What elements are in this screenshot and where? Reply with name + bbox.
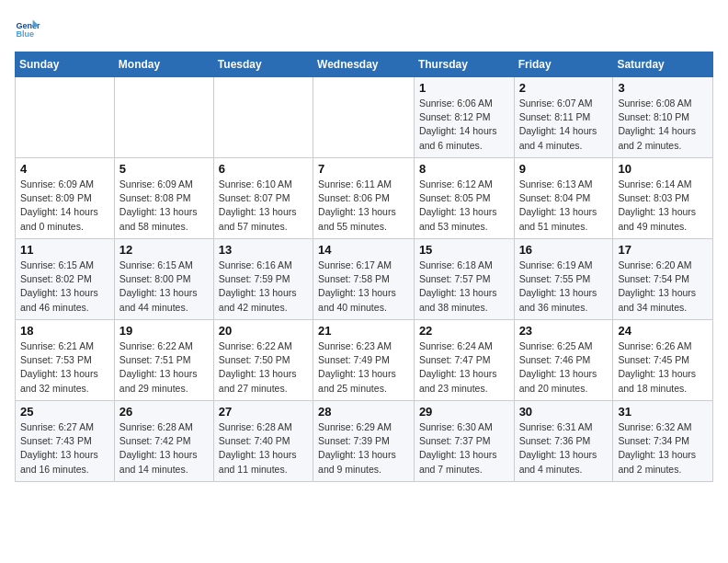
calendar-cell: 18Sunrise: 6:21 AM Sunset: 7:53 PM Dayli… (16, 320, 115, 401)
calendar-cell (213, 77, 313, 158)
day-info: Sunrise: 6:32 AM Sunset: 7:34 PM Dayligh… (618, 420, 708, 477)
calendar-cell: 9Sunrise: 6:13 AM Sunset: 8:04 PM Daylig… (514, 158, 613, 239)
header-day-friday: Friday (514, 52, 613, 77)
calendar-cell: 3Sunrise: 6:08 AM Sunset: 8:10 PM Daylig… (613, 77, 713, 158)
day-info: Sunrise: 6:23 AM Sunset: 7:49 PM Dayligh… (318, 339, 409, 396)
calendar-week-2: 4Sunrise: 6:09 AM Sunset: 8:09 PM Daylig… (16, 158, 713, 239)
day-number: 28 (318, 405, 409, 419)
day-info: Sunrise: 6:16 AM Sunset: 7:59 PM Dayligh… (219, 259, 308, 315)
calendar-week-5: 25Sunrise: 6:27 AM Sunset: 7:43 PM Dayli… (16, 401, 713, 482)
calendar-cell: 4Sunrise: 6:09 AM Sunset: 8:09 PM Daylig… (16, 158, 115, 239)
day-number: 5 (119, 162, 209, 176)
calendar-cell: 12Sunrise: 6:15 AM Sunset: 8:00 PM Dayli… (114, 239, 213, 320)
calendar-cell: 30Sunrise: 6:31 AM Sunset: 7:36 PM Dayli… (514, 401, 613, 482)
calendar-cell: 6Sunrise: 6:10 AM Sunset: 8:07 PM Daylig… (213, 158, 313, 239)
calendar-cell: 24Sunrise: 6:26 AM Sunset: 7:45 PM Dayli… (613, 320, 713, 401)
day-info: Sunrise: 6:19 AM Sunset: 7:55 PM Dayligh… (519, 259, 609, 315)
header-day-wednesday: Wednesday (313, 52, 415, 77)
calendar-cell: 16Sunrise: 6:19 AM Sunset: 7:55 PM Dayli… (514, 239, 613, 320)
calendar-cell: 21Sunrise: 6:23 AM Sunset: 7:49 PM Dayli… (313, 320, 415, 401)
day-number: 16 (519, 243, 609, 257)
calendar-cell: 23Sunrise: 6:25 AM Sunset: 7:46 PM Dayli… (514, 320, 613, 401)
calendar-cell (313, 77, 415, 158)
calendar-cell: 25Sunrise: 6:27 AM Sunset: 7:43 PM Dayli… (16, 401, 115, 482)
calendar-cell: 1Sunrise: 6:06 AM Sunset: 8:12 PM Daylig… (414, 77, 514, 158)
calendar-table: SundayMondayTuesdayWednesdayThursdayFrid… (15, 52, 713, 482)
day-number: 12 (119, 243, 209, 257)
calendar-cell (114, 77, 213, 158)
day-info: Sunrise: 6:08 AM Sunset: 8:10 PM Dayligh… (618, 97, 708, 153)
day-number: 21 (318, 324, 409, 338)
day-number: 25 (20, 405, 109, 419)
day-info: Sunrise: 6:24 AM Sunset: 7:47 PM Dayligh… (419, 339, 509, 396)
day-info: Sunrise: 6:17 AM Sunset: 7:58 PM Dayligh… (318, 259, 409, 315)
day-info: Sunrise: 6:28 AM Sunset: 7:42 PM Dayligh… (119, 420, 209, 477)
calendar-cell: 29Sunrise: 6:30 AM Sunset: 7:37 PM Dayli… (414, 401, 514, 482)
day-number: 10 (618, 162, 708, 176)
day-info: Sunrise: 6:29 AM Sunset: 7:39 PM Dayligh… (318, 420, 409, 477)
day-info: Sunrise: 6:31 AM Sunset: 7:36 PM Dayligh… (519, 420, 609, 477)
calendar-cell: 14Sunrise: 6:17 AM Sunset: 7:58 PM Dayli… (313, 239, 415, 320)
day-number: 11 (20, 243, 109, 257)
day-number: 1 (419, 81, 509, 95)
calendar-cell: 7Sunrise: 6:11 AM Sunset: 8:06 PM Daylig… (313, 158, 415, 239)
day-info: Sunrise: 6:27 AM Sunset: 7:43 PM Dayligh… (20, 420, 109, 477)
header-day-sunday: Sunday (16, 52, 115, 77)
day-info: Sunrise: 6:07 AM Sunset: 8:11 PM Dayligh… (519, 97, 609, 153)
calendar-week-4: 18Sunrise: 6:21 AM Sunset: 7:53 PM Dayli… (16, 320, 713, 401)
day-number: 3 (618, 81, 708, 95)
calendar-cell (16, 77, 115, 158)
day-number: 24 (618, 324, 708, 338)
calendar-body: 1Sunrise: 6:06 AM Sunset: 8:12 PM Daylig… (16, 77, 713, 482)
header: General Blue (15, 15, 713, 40)
day-number: 6 (219, 162, 308, 176)
day-info: Sunrise: 6:13 AM Sunset: 8:04 PM Dayligh… (519, 178, 609, 234)
day-number: 15 (419, 243, 509, 257)
calendar-cell: 31Sunrise: 6:32 AM Sunset: 7:34 PM Dayli… (613, 401, 713, 482)
calendar-cell: 17Sunrise: 6:20 AM Sunset: 7:54 PM Dayli… (613, 239, 713, 320)
logo: General Blue (15, 15, 44, 40)
day-number: 26 (119, 405, 209, 419)
day-info: Sunrise: 6:22 AM Sunset: 7:50 PM Dayligh… (219, 339, 308, 396)
day-number: 27 (219, 405, 308, 419)
calendar-cell: 27Sunrise: 6:28 AM Sunset: 7:40 PM Dayli… (213, 401, 313, 482)
day-info: Sunrise: 6:30 AM Sunset: 7:37 PM Dayligh… (419, 420, 509, 477)
day-number: 22 (419, 324, 509, 338)
day-number: 4 (20, 162, 109, 176)
day-info: Sunrise: 6:09 AM Sunset: 8:09 PM Dayligh… (20, 178, 109, 234)
calendar-cell: 5Sunrise: 6:09 AM Sunset: 8:08 PM Daylig… (114, 158, 213, 239)
day-number: 29 (419, 405, 509, 419)
day-info: Sunrise: 6:28 AM Sunset: 7:40 PM Dayligh… (219, 420, 308, 477)
calendar-cell: 15Sunrise: 6:18 AM Sunset: 7:57 PM Dayli… (414, 239, 514, 320)
day-number: 18 (20, 324, 109, 338)
calendar-cell: 11Sunrise: 6:15 AM Sunset: 8:02 PM Dayli… (16, 239, 115, 320)
day-info: Sunrise: 6:21 AM Sunset: 7:53 PM Dayligh… (20, 339, 109, 396)
day-number: 2 (519, 81, 609, 95)
calendar-cell: 28Sunrise: 6:29 AM Sunset: 7:39 PM Dayli… (313, 401, 415, 482)
logo-icon: General Blue (15, 15, 40, 40)
day-info: Sunrise: 6:09 AM Sunset: 8:08 PM Dayligh… (119, 178, 209, 234)
svg-text:Blue: Blue (16, 29, 34, 39)
day-number: 31 (618, 405, 708, 419)
calendar-cell: 26Sunrise: 6:28 AM Sunset: 7:42 PM Dayli… (114, 401, 213, 482)
header-day-saturday: Saturday (613, 52, 713, 77)
calendar-week-3: 11Sunrise: 6:15 AM Sunset: 8:02 PM Dayli… (16, 239, 713, 320)
day-info: Sunrise: 6:12 AM Sunset: 8:05 PM Dayligh… (419, 178, 509, 234)
day-info: Sunrise: 6:26 AM Sunset: 7:45 PM Dayligh… (618, 339, 708, 396)
day-number: 9 (519, 162, 609, 176)
day-number: 13 (219, 243, 308, 257)
calendar-cell: 19Sunrise: 6:22 AM Sunset: 7:51 PM Dayli… (114, 320, 213, 401)
day-info: Sunrise: 6:25 AM Sunset: 7:46 PM Dayligh… (519, 339, 609, 396)
day-number: 20 (219, 324, 308, 338)
day-info: Sunrise: 6:15 AM Sunset: 8:00 PM Dayligh… (119, 259, 209, 315)
day-number: 14 (318, 243, 409, 257)
day-info: Sunrise: 6:15 AM Sunset: 8:02 PM Dayligh… (20, 259, 109, 315)
day-number: 19 (119, 324, 209, 338)
day-number: 30 (519, 405, 609, 419)
calendar-cell: 2Sunrise: 6:07 AM Sunset: 8:11 PM Daylig… (514, 77, 613, 158)
day-number: 7 (318, 162, 409, 176)
day-info: Sunrise: 6:20 AM Sunset: 7:54 PM Dayligh… (618, 259, 708, 315)
day-info: Sunrise: 6:11 AM Sunset: 8:06 PM Dayligh… (318, 178, 409, 234)
day-info: Sunrise: 6:22 AM Sunset: 7:51 PM Dayligh… (119, 339, 209, 396)
header-day-thursday: Thursday (414, 52, 514, 77)
